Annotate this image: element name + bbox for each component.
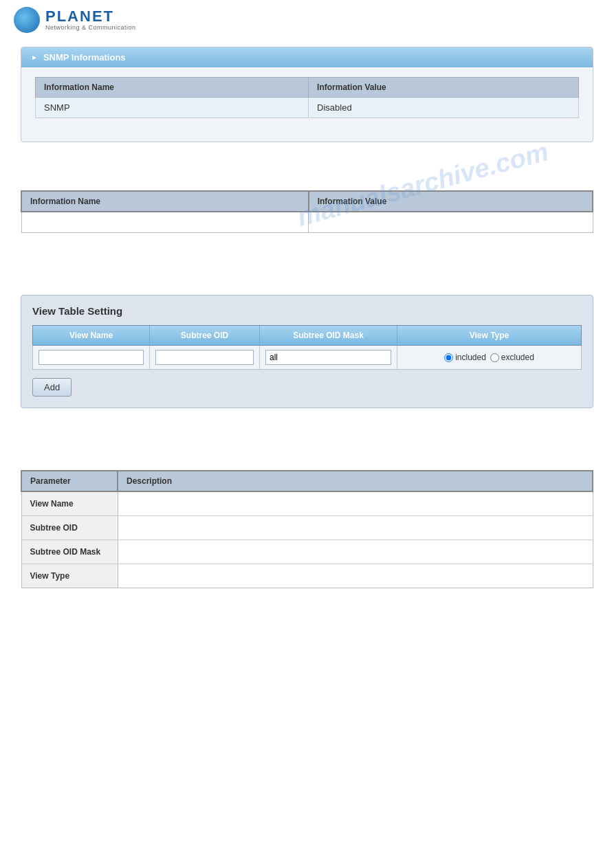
table-row: View Type (21, 564, 593, 588)
snmp-panel: ► SNMP Informations Information Name Inf… (21, 47, 593, 142)
desc-value-3 (118, 540, 593, 564)
snmp-panel-title: SNMP Informations (43, 52, 126, 63)
subtree-oid-cell (150, 346, 260, 369)
view-col3-header: Subtree OID Mask (260, 326, 397, 345)
view-table-section: View Table Setting View Name Subtree OID… (21, 295, 593, 408)
snmp-value-cell: Disabled (309, 98, 579, 118)
logo-icon (14, 7, 40, 33)
desc-value-1 (118, 491, 593, 516)
view-col1-header: View Name (33, 326, 150, 345)
excluded-radio-label[interactable]: excluded (490, 353, 534, 362)
desc-value-2 (118, 516, 593, 540)
table-row: Subtree OID Mask (21, 540, 593, 564)
desc-section: Parameter Description View Name Subtree … (21, 470, 593, 588)
table-row: View Name (21, 491, 593, 516)
table-row (21, 212, 593, 233)
view-col4-header: View Type (397, 326, 581, 345)
included-radio-label[interactable]: included (444, 353, 486, 362)
desc-param-1: View Name (21, 491, 118, 516)
desc-param-3: Subtree OID Mask (21, 540, 118, 564)
mid-col2-header: Information Value (309, 191, 593, 212)
logo-subtitle: Networking & Communication (45, 24, 136, 31)
snmp-col2-header: Information Value (309, 78, 579, 98)
subtree-oid-mask-cell: all (260, 346, 397, 369)
header: PLANET Networking & Communication (0, 0, 614, 40)
view-table-header: View Name Subtree OID Subtree OID Mask V… (32, 325, 582, 346)
snmp-table-wrap: Information Name Information Value SNMP … (21, 67, 593, 128)
desc-param-2: Subtree OID (21, 516, 118, 540)
snmp-panel-header: ► SNMP Informations (21, 47, 593, 67)
view-type-cell: included excluded (397, 346, 581, 369)
desc-value-4 (118, 564, 593, 588)
mid-section: manualsarchive.com Information Name Info… (21, 190, 593, 233)
table-row: Subtree OID (21, 516, 593, 540)
snmp-col1-header: Information Name (36, 78, 309, 98)
snmp-info-table: Information Name Information Value SNMP … (35, 77, 579, 118)
mid-value-cell (309, 212, 593, 233)
subtree-oid-input[interactable] (155, 350, 254, 365)
desc-col2-header: Description (118, 471, 593, 491)
subtree-oid-mask-input[interactable]: all (265, 350, 391, 365)
logo-name: PLANET (45, 9, 136, 24)
view-table-input-row: all included excluded (32, 346, 582, 370)
included-radio[interactable] (444, 353, 453, 362)
table-row: SNMP Disabled (36, 98, 579, 118)
snmp-name-cell: SNMP (36, 98, 309, 118)
excluded-radio[interactable] (490, 353, 499, 362)
excluded-label: excluded (501, 353, 534, 362)
view-col2-header: Subtree OID (150, 326, 260, 345)
included-label: included (455, 353, 486, 362)
collapse-arrow-icon[interactable]: ► (31, 54, 38, 61)
mid-name-cell (21, 212, 309, 233)
view-name-input[interactable] (39, 350, 144, 365)
desc-col1-header: Parameter (21, 471, 118, 491)
mid-col1-header: Information Name (21, 191, 309, 212)
desc-table: Parameter Description View Name Subtree … (21, 470, 593, 588)
view-name-cell (33, 346, 150, 369)
mid-table: Information Name Information Value (21, 190, 593, 233)
add-button[interactable]: Add (32, 378, 72, 397)
view-table-title: View Table Setting (32, 305, 582, 317)
desc-param-4: View Type (21, 564, 118, 588)
logo-text: PLANET Networking & Communication (45, 9, 136, 31)
